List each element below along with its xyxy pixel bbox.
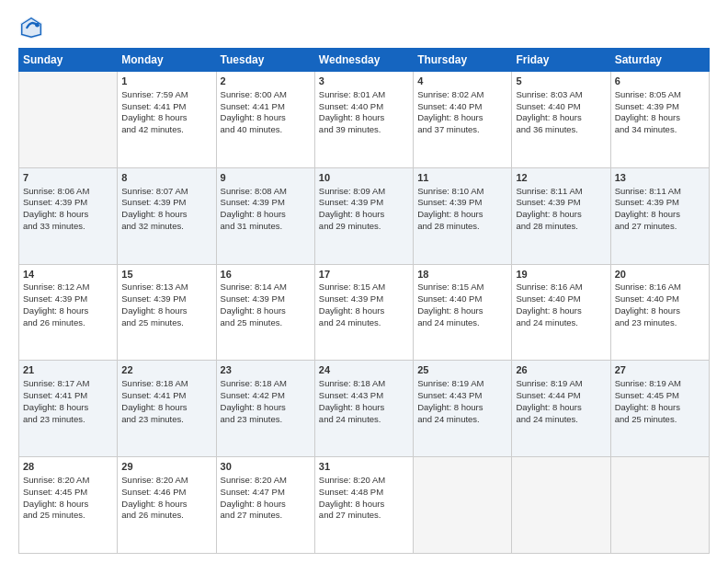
daylight-text-cont: and 40 minutes. xyxy=(221,124,283,134)
sunrise-text: Sunrise: 8:18 AM xyxy=(221,378,287,388)
day-number: 2 xyxy=(221,75,311,88)
calendar-cell: 23Sunrise: 8:18 AMSunset: 4:42 PMDayligh… xyxy=(216,361,314,457)
sunset-text: Sunset: 4:46 PM xyxy=(121,487,186,497)
calendar-cell: 9Sunrise: 8:08 AMSunset: 4:39 PMDaylight… xyxy=(216,167,314,264)
day-number: 19 xyxy=(516,268,606,282)
daylight-text: Daylight: 8 hours xyxy=(23,209,88,219)
daylight-text-cont: and 28 minutes. xyxy=(516,221,578,231)
sunset-text: Sunset: 4:41 PM xyxy=(121,390,186,400)
daylight-text-cont: and 32 minutes. xyxy=(121,221,184,231)
page: SundayMondayTuesdayWednesdayThursdayFrid… xyxy=(0,0,728,563)
daylight-text-cont: and 33 minutes. xyxy=(23,221,85,231)
calendar-header-saturday: Saturday xyxy=(610,49,709,72)
calendar-header-wednesday: Wednesday xyxy=(314,49,413,72)
daylight-text: Daylight: 8 hours xyxy=(121,499,187,509)
calendar-week-row: 1Sunrise: 7:59 AMSunset: 4:41 PMDaylight… xyxy=(19,72,710,168)
daylight-text: Daylight: 8 hours xyxy=(121,209,187,219)
logo xyxy=(18,15,48,40)
sunrise-text: Sunrise: 8:08 AM xyxy=(221,186,287,196)
sunset-text: Sunset: 4:45 PM xyxy=(23,487,87,497)
day-number: 16 xyxy=(221,268,311,282)
sunrise-text: Sunrise: 8:18 AM xyxy=(319,378,385,388)
calendar-cell xyxy=(610,457,709,554)
sunrise-text: Sunrise: 8:15 AM xyxy=(417,282,483,292)
sunset-text: Sunset: 4:39 PM xyxy=(615,101,679,111)
sunrise-text: Sunrise: 8:00 AM xyxy=(221,89,287,99)
daylight-text-cont: and 23 minutes. xyxy=(221,414,283,424)
calendar-cell: 6Sunrise: 8:05 AMSunset: 4:39 PMDaylight… xyxy=(610,72,709,168)
day-number: 26 xyxy=(516,363,606,377)
daylight-text: Daylight: 8 hours xyxy=(417,402,483,412)
sunset-text: Sunset: 4:45 PM xyxy=(615,390,679,400)
calendar-cell: 11Sunrise: 8:10 AMSunset: 4:39 PMDayligh… xyxy=(414,167,512,264)
day-number: 3 xyxy=(319,75,409,88)
daylight-text: Daylight: 8 hours xyxy=(121,305,187,316)
daylight-text-cont: and 28 minutes. xyxy=(417,221,480,231)
daylight-text: Daylight: 8 hours xyxy=(417,305,483,316)
daylight-text-cont: and 23 minutes. xyxy=(23,414,85,424)
sunset-text: Sunset: 4:39 PM xyxy=(23,293,87,304)
day-number: 13 xyxy=(615,171,705,185)
calendar-cell: 19Sunrise: 8:16 AMSunset: 4:40 PMDayligh… xyxy=(512,264,610,361)
calendar-header-monday: Monday xyxy=(118,49,216,72)
daylight-text: Daylight: 8 hours xyxy=(319,209,384,219)
calendar-cell: 1Sunrise: 7:59 AMSunset: 4:41 PMDaylight… xyxy=(118,72,216,168)
calendar-cell: 29Sunrise: 8:20 AMSunset: 4:46 PMDayligh… xyxy=(118,457,216,554)
calendar-cell: 13Sunrise: 8:11 AMSunset: 4:39 PMDayligh… xyxy=(610,167,709,264)
sunrise-text: Sunrise: 8:19 AM xyxy=(516,378,582,388)
sunrise-text: Sunrise: 8:10 AM xyxy=(417,186,483,196)
daylight-text-cont: and 24 minutes. xyxy=(319,414,381,424)
daylight-text: Daylight: 8 hours xyxy=(23,305,88,316)
daylight-text: Daylight: 8 hours xyxy=(121,112,187,122)
calendar-cell: 10Sunrise: 8:09 AMSunset: 4:39 PMDayligh… xyxy=(314,167,413,264)
daylight-text-cont: and 25 minutes. xyxy=(23,510,85,520)
daylight-text: Daylight: 8 hours xyxy=(615,209,680,219)
calendar-cell: 18Sunrise: 8:15 AMSunset: 4:40 PMDayligh… xyxy=(414,264,512,361)
calendar-header-thursday: Thursday xyxy=(414,49,512,72)
sunset-text: Sunset: 4:40 PM xyxy=(417,101,482,111)
sunset-text: Sunset: 4:39 PM xyxy=(121,293,186,304)
sunset-text: Sunset: 4:41 PM xyxy=(221,101,285,111)
logo-icon xyxy=(18,15,44,40)
daylight-text-cont: and 24 minutes. xyxy=(417,414,480,424)
calendar-week-row: 21Sunrise: 8:17 AMSunset: 4:41 PMDayligh… xyxy=(19,361,710,457)
sunset-text: Sunset: 4:41 PM xyxy=(23,390,87,400)
daylight-text: Daylight: 8 hours xyxy=(221,209,286,219)
daylight-text: Daylight: 8 hours xyxy=(221,112,286,122)
sunrise-text: Sunrise: 8:15 AM xyxy=(319,282,385,292)
sunset-text: Sunset: 4:39 PM xyxy=(319,293,383,304)
day-number: 5 xyxy=(516,75,606,88)
day-number: 10 xyxy=(319,171,409,185)
sunrise-text: Sunrise: 8:07 AM xyxy=(121,186,188,196)
calendar-cell: 20Sunrise: 8:16 AMSunset: 4:40 PMDayligh… xyxy=(610,264,709,361)
day-number: 22 xyxy=(121,363,211,377)
calendar-cell: 25Sunrise: 8:19 AMSunset: 4:43 PMDayligh… xyxy=(414,361,512,457)
sunrise-text: Sunrise: 8:17 AM xyxy=(23,378,89,388)
calendar-cell xyxy=(414,457,512,554)
day-number: 11 xyxy=(417,171,507,185)
daylight-text-cont: and 36 minutes. xyxy=(516,124,578,134)
daylight-text: Daylight: 8 hours xyxy=(121,402,187,412)
sunrise-text: Sunrise: 8:14 AM xyxy=(221,282,287,292)
daylight-text: Daylight: 8 hours xyxy=(23,499,88,509)
sunset-text: Sunset: 4:39 PM xyxy=(615,197,679,207)
daylight-text-cont: and 23 minutes. xyxy=(121,414,184,424)
daylight-text: Daylight: 8 hours xyxy=(23,402,88,412)
day-number: 8 xyxy=(121,171,211,185)
sunrise-text: Sunrise: 8:12 AM xyxy=(23,282,89,292)
daylight-text: Daylight: 8 hours xyxy=(615,402,680,412)
daylight-text-cont: and 34 minutes. xyxy=(615,124,677,134)
calendar-cell: 2Sunrise: 8:00 AMSunset: 4:41 PMDaylight… xyxy=(216,72,314,168)
daylight-text: Daylight: 8 hours xyxy=(516,112,581,122)
calendar-cell xyxy=(512,457,610,554)
daylight-text-cont: and 27 minutes. xyxy=(319,510,381,520)
daylight-text: Daylight: 8 hours xyxy=(221,499,286,509)
sunrise-text: Sunrise: 8:01 AM xyxy=(319,89,385,99)
daylight-text: Daylight: 8 hours xyxy=(221,305,286,316)
daylight-text-cont: and 25 minutes. xyxy=(121,317,184,327)
calendar-cell: 26Sunrise: 8:19 AMSunset: 4:44 PMDayligh… xyxy=(512,361,610,457)
calendar-header-sunday: Sunday xyxy=(19,49,118,72)
daylight-text-cont: and 24 minutes. xyxy=(516,414,578,424)
calendar-cell: 5Sunrise: 8:03 AMSunset: 4:40 PMDaylight… xyxy=(512,72,610,168)
sunrise-text: Sunrise: 8:05 AM xyxy=(615,89,681,99)
